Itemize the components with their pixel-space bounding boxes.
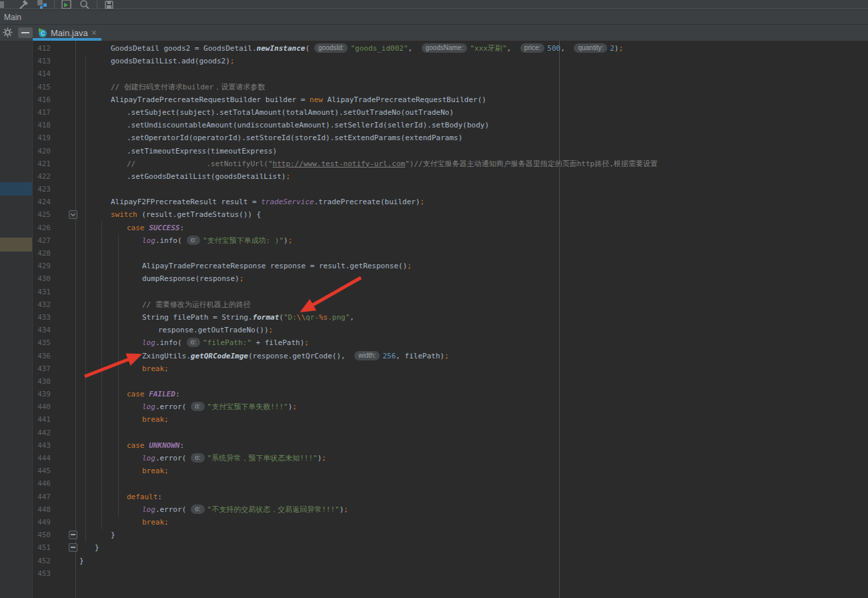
code-line[interactable]: 427log.info(o:"支付宝预下单成功: )"); [32, 234, 868, 247]
line-number[interactable]: 426 [32, 222, 51, 234]
code-line[interactable]: 446 [32, 477, 868, 490]
code-text[interactable] [79, 567, 868, 580]
line-number[interactable]: 433 [32, 311, 51, 324]
code-text[interactable]: switch (result.getTradeStatus()) { [79, 208, 868, 221]
code-text[interactable]: log.error(o:"不支持的交易状态，交易返回异常!!!"); [79, 503, 868, 516]
build-hammer-icon[interactable] [18, 0, 30, 9]
code-text[interactable] [79, 375, 868, 388]
code-text[interactable] [79, 477, 868, 490]
code-line[interactable]: 417.setSubject(subject).setTotalAmount(t… [32, 106, 868, 119]
line-number[interactable]: 418 [32, 119, 51, 131]
code-text[interactable]: case UNKNOWN: [79, 439, 868, 452]
code-line[interactable]: 442 [32, 426, 868, 439]
code-text[interactable]: } [79, 529, 868, 541]
code-text[interactable] [79, 67, 868, 80]
code-text[interactable]: break; [79, 516, 868, 529]
code-text[interactable]: GoodsDetail goods2 = GoodsDetail.newInst… [79, 42, 868, 55]
code-line[interactable]: 440log.error(o:"支付宝预下单失败!!!"); [32, 400, 868, 413]
code-line[interactable]: 441break; [32, 413, 868, 426]
code-line[interactable]: 422.setGoodsDetailList(goodsDetailList); [32, 170, 868, 183]
line-number[interactable]: 445 [32, 465, 51, 477]
line-number[interactable]: 413 [32, 55, 51, 67]
code-text[interactable] [79, 426, 868, 439]
line-number[interactable]: 440 [32, 400, 51, 413]
line-number[interactable]: 430 [32, 272, 51, 285]
search-icon[interactable] [79, 0, 91, 9]
clipped-icon[interactable] [0, 0, 12, 9]
code-text[interactable]: log.info(o:"filePath:" + filePath); [79, 336, 868, 349]
fold-end-icon[interactable] [69, 543, 77, 552]
code-line[interactable]: 447default: [32, 491, 868, 503]
code-text[interactable]: } [79, 541, 868, 554]
code-line[interactable]: 413goodsDetailList.add(goods2); [32, 55, 868, 67]
line-number[interactable]: 439 [32, 388, 51, 400]
tab-close-icon[interactable]: × [91, 29, 97, 36]
line-number[interactable]: 447 [32, 491, 51, 503]
code-text[interactable]: log.error(o:"支付宝预下单失败!!!"); [79, 400, 868, 413]
line-number[interactable]: 417 [32, 106, 51, 119]
code-text[interactable]: ZxingUtils.getQRCodeImge(response.getQrC… [79, 350, 868, 362]
code-line[interactable]: 452} [32, 555, 868, 567]
code-text[interactable]: // 需要修改为运行机器上的路径 [79, 298, 868, 311]
code-text[interactable]: break; [79, 465, 868, 477]
line-number[interactable]: 453 [32, 567, 51, 580]
code-line[interactable]: 436ZxingUtils.getQRCodeImge(response.get… [32, 350, 868, 362]
code-line[interactable]: 435log.info(o:"filePath:" + filePath); [32, 336, 868, 349]
code-text[interactable]: goodsDetailList.add(goods2); [79, 55, 868, 67]
code-line[interactable]: 433String filePath = String.format("D:\\… [32, 311, 868, 324]
code-line[interactable]: 420.setTimeoutExpress(timeoutExpress) [32, 145, 868, 158]
code-line[interactable]: 434response.getOutTradeNo()); [32, 324, 868, 336]
line-number[interactable]: 420 [32, 145, 51, 158]
code-text[interactable]: log.error(o:"系统异常，预下单状态未知!!!"); [79, 452, 868, 465]
code-text[interactable]: .setOperatorId(operatorId).setStoreId(st… [79, 131, 868, 144]
code-line[interactable]: 438 [32, 375, 868, 388]
line-number[interactable]: 423 [32, 183, 51, 196]
code-line[interactable]: 437break; [32, 362, 868, 375]
code-text[interactable]: } [79, 555, 868, 567]
code-line[interactable]: 424AlipayF2FPrecreateResult result = tra… [32, 196, 868, 208]
line-number[interactable]: 441 [32, 413, 51, 426]
line-number[interactable]: 449 [32, 516, 51, 529]
code-line[interactable]: 432// 需要修改为运行机器上的路径 [32, 298, 868, 311]
code-text[interactable]: .setUndiscountableAmount(undiscountableA… [79, 119, 868, 131]
line-number[interactable]: 424 [32, 196, 51, 208]
code-line[interactable]: 425switch (result.getTradeStatus()) { [32, 208, 868, 221]
line-number[interactable]: 425 [32, 208, 51, 221]
code-text[interactable]: default: [79, 491, 868, 503]
minimize-icon[interactable] [18, 27, 33, 38]
code-line[interactable]: 416AlipayTradePrecreateRequestBuilder bu… [32, 93, 868, 106]
line-number[interactable]: 446 [32, 477, 51, 490]
line-number[interactable]: 412 [32, 42, 51, 55]
code-text[interactable]: .setTimeoutExpress(timeoutExpress) [79, 145, 868, 158]
code-text[interactable]: response.getOutTradeNo()); [79, 324, 868, 336]
line-number[interactable]: 432 [32, 298, 51, 311]
line-number[interactable]: 431 [32, 286, 51, 298]
code-text[interactable]: // 创建扫码支付请求builder，设置请求参数 [79, 81, 868, 93]
code-text[interactable]: String filePath = String.format("D:\\qr-… [79, 311, 868, 324]
code-line[interactable]: 443case UNKNOWN: [32, 439, 868, 452]
line-number[interactable]: 437 [32, 362, 51, 375]
code-text[interactable]: AlipayF2FPrecreateResult result = tradeS… [79, 196, 868, 208]
line-number[interactable]: 422 [32, 170, 51, 183]
line-number[interactable]: 438 [32, 375, 51, 388]
line-number[interactable]: 415 [32, 81, 51, 93]
code-line[interactable]: 423 [32, 183, 868, 196]
line-number[interactable]: 443 [32, 439, 51, 452]
line-number[interactable]: 428 [32, 247, 51, 260]
code-line[interactable]: 418.setUndiscountableAmount(undiscountab… [32, 119, 868, 131]
line-number[interactable]: 452 [32, 555, 51, 567]
line-number[interactable]: 448 [32, 503, 51, 516]
code-text[interactable]: .setSubject(subject).setTotalAmount(tota… [79, 106, 868, 119]
code-line[interactable]: 419.setOperatorId(operatorId).setStoreId… [32, 131, 868, 144]
modules-icon[interactable] [36, 0, 48, 9]
code-text[interactable]: case SUCCESS: [79, 222, 868, 234]
code-line[interactable]: 430dumpResponse(response); [32, 272, 868, 285]
code-line[interactable]: 453 [32, 567, 868, 580]
code-text[interactable] [79, 247, 868, 260]
code-text[interactable]: .setGoodsDetailList(goodsDetailList); [79, 170, 868, 183]
code-text[interactable]: case FAILED: [79, 388, 868, 400]
code-text[interactable]: AlipayTradePrecreateRequestBuilder build… [79, 93, 868, 106]
code-line[interactable]: 429AlipayTradePrecreateResponse response… [32, 260, 868, 272]
line-number[interactable]: 429 [32, 260, 51, 272]
code-text[interactable]: dumpResponse(response); [79, 272, 868, 285]
